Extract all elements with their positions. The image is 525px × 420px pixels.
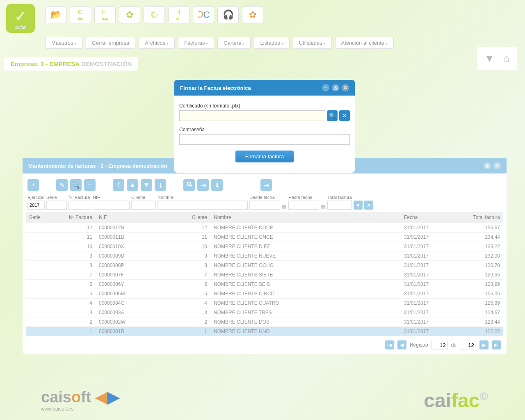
table-row[interactable]: 900000009D9NOMBRE CLIENTE NUEVE31/01/201…: [26, 251, 503, 261]
table-row[interactable]: 1100000011B11NOMBRE CLIENTE ONCE31/01/20…: [26, 233, 503, 242]
menu-facturas[interactable]: Facturas: [178, 37, 214, 49]
pager-next-button[interactable]: ▶: [479, 340, 488, 349]
filter-apply-button[interactable]: ▼: [354, 201, 363, 210]
menu-cartera[interactable]: Cartera: [217, 37, 251, 49]
close-icon[interactable]: ✕: [342, 84, 349, 91]
sign-invoice-dialog: Firmar la Factua electrónica − ◎ ✕ Certi…: [174, 80, 355, 173]
pager-label: Registro: [410, 342, 428, 348]
headset-icon[interactable]: 🎧: [217, 6, 239, 23]
c-tes-icon[interactable]: Ctes: [70, 6, 91, 23]
clear-cert-button[interactable]: ✕: [339, 110, 350, 121]
hooks-icon[interactable]: ƆC: [193, 6, 214, 23]
pager-prev-button[interactable]: ◀: [397, 340, 406, 349]
forward-button[interactable]: ➜: [260, 179, 272, 191]
maximize-icon[interactable]: ◎: [484, 162, 491, 169]
table-row[interactable]: 800000008P8NOMBRE CLIENTE OCHO31/01/2017…: [26, 261, 503, 270]
edit-button[interactable]: ✎: [56, 179, 68, 191]
browse-button[interactable]: 🔍: [327, 110, 338, 121]
pwd-label: Contraseña: [179, 127, 350, 132]
pager-total: [460, 341, 476, 349]
menu-atención-al-cliente[interactable]: Atención al cliente: [335, 37, 394, 49]
add-button[interactable]: +: [27, 179, 39, 191]
last-button[interactable]: ⤓: [155, 179, 166, 191]
grid-title: Mantenimiento de facturas - 2 - Empresa …: [28, 163, 167, 169]
table-row[interactable]: 1200000012N12NOMBRE CLIENTE DOCE31/01/20…: [26, 223, 503, 233]
menu-cerrar-empresa[interactable]: Cerrar empresa: [86, 37, 135, 49]
col-fecha[interactable]: Fecha: [401, 212, 454, 223]
menu-utilidades[interactable]: Utilidades: [293, 37, 332, 49]
menu-listados[interactable]: Listados: [254, 37, 289, 49]
filter-serie-label: Serie: [46, 195, 67, 200]
filter-hasta-label: Hasta fecha: [288, 195, 319, 200]
chevron-down-icon[interactable]: ▼: [484, 52, 495, 65]
col-nombre[interactable]: Nombre: [210, 212, 401, 223]
filter-desde-label: Desde fecha: [249, 195, 280, 200]
table-row[interactable]: 300000003A3NOMBRE CLIENTE TRES31/01/2017…: [26, 308, 503, 317]
table-row[interactable]: 400000004G4NOMBRE CLIENTE CUATRO31/01/20…: [26, 299, 503, 308]
export-excel-button[interactable]: ⇥: [197, 179, 209, 191]
search-button[interactable]: 🔍: [70, 179, 82, 191]
col-serie[interactable]: Serie: [26, 212, 55, 223]
filter-cliente-label: Cliente: [131, 195, 156, 200]
check-icon: ✓: [14, 8, 27, 25]
r-em-icon[interactable]: Rem: [168, 6, 189, 23]
filter-clear-button[interactable]: ✕: [364, 201, 373, 210]
table-row[interactable]: 100000001R1NOMBRE CLIENTE UNO31/01/20171…: [26, 327, 503, 336]
menu-archivos[interactable]: Archivos: [139, 37, 175, 49]
home-icon[interactable]: ⌂: [503, 52, 509, 65]
col-total[interactable]: Total factura: [454, 212, 503, 223]
euro-icon[interactable]: €c: [144, 6, 165, 23]
password-input[interactable]: [179, 134, 350, 145]
close-icon[interactable]: ✕: [493, 162, 501, 169]
filter-nif-input[interactable]: [93, 201, 130, 210]
pager-last-button[interactable]: ▶I: [492, 340, 501, 349]
menu-maestros[interactable]: Maestros: [45, 37, 82, 49]
filter-ejercicio-input[interactable]: [27, 201, 45, 210]
footer-brand-right: caifac©: [424, 389, 488, 412]
table-row[interactable]: 200000002W2NOMBRE CLIENTE DOS31/01/20171…: [26, 317, 503, 327]
remove-button[interactable]: −: [84, 179, 96, 191]
table-row[interactable]: 500000005M5NOMBRE CLIENTE CINCO31/01/201…: [26, 289, 503, 299]
minimize-icon[interactable]: −: [322, 84, 329, 91]
filter-cliente-input[interactable]: [131, 201, 156, 210]
col-nif[interactable]: NIF: [96, 212, 153, 223]
pager-first-button[interactable]: I◀: [385, 340, 394, 349]
filter-total-input[interactable]: [327, 201, 352, 210]
logo-text: caifac: [15, 25, 26, 30]
cert-label: Certificado (en formato .pfx): [179, 103, 350, 109]
gear-icon[interactable]: ✿: [119, 6, 140, 23]
dialog-title: Firmar la Factua electrónica: [180, 85, 251, 91]
company-label: Empresa: 1 - EMPRESA DEMOSTRACIÓN: [4, 57, 138, 71]
filter-nombre-input[interactable]: [158, 201, 248, 210]
col-cliente[interactable]: Cliente: [153, 212, 210, 223]
filter-serie-input[interactable]: [46, 201, 67, 210]
pager-current-input[interactable]: [431, 341, 448, 349]
col-factura[interactable]: Nº Factura: [55, 212, 96, 223]
calendar-icon[interactable]: ▦: [282, 203, 287, 210]
restore-icon[interactable]: ◎: [332, 84, 339, 91]
print-button[interactable]: 🖶: [183, 179, 195, 191]
f-exp-icon[interactable]: Fexp: [94, 6, 116, 23]
first-button[interactable]: ⤒: [113, 179, 124, 191]
table-row[interactable]: 700000007F7NOMBRE CLIENTE SIETE31/01/201…: [26, 270, 503, 280]
download-button[interactable]: ⬇: [211, 179, 223, 191]
footer-brand-left: caisoft ◀▶ www.caisoft.es: [41, 388, 119, 412]
settings-icon[interactable]: ✿: [242, 6, 263, 23]
filter-factura-label: Nº Factura: [68, 195, 91, 200]
filter-nif-label: NIF: [93, 195, 130, 200]
filter-desde-input[interactable]: [249, 201, 280, 210]
filter-factura-input[interactable]: [68, 201, 91, 210]
cert-input[interactable]: [179, 110, 325, 121]
sign-invoice-button[interactable]: Firmar la factura: [235, 151, 294, 162]
table-row[interactable]: 600000006Y6NOMBRE CLIENTE SEIS31/01/2017…: [26, 280, 503, 289]
app-logo: ✓ caifac: [6, 4, 35, 33]
table-row[interactable]: 1000000010X10NOMBRE CLIENTE DIEZ31/01/20…: [26, 242, 503, 251]
folder-icon[interactable]: 📂: [45, 6, 66, 23]
calendar-icon[interactable]: ▦: [321, 203, 326, 210]
up-button[interactable]: ▲: [127, 179, 138, 191]
filter-hasta-input[interactable]: [288, 201, 319, 210]
down-button[interactable]: ▼: [141, 179, 152, 191]
invoice-grid-window: Mantenimiento de facturas - 2 - Empresa …: [23, 158, 507, 354]
filter-nombre-label: Nombre: [158, 195, 248, 200]
filter-total-label: Total factura: [327, 195, 352, 200]
